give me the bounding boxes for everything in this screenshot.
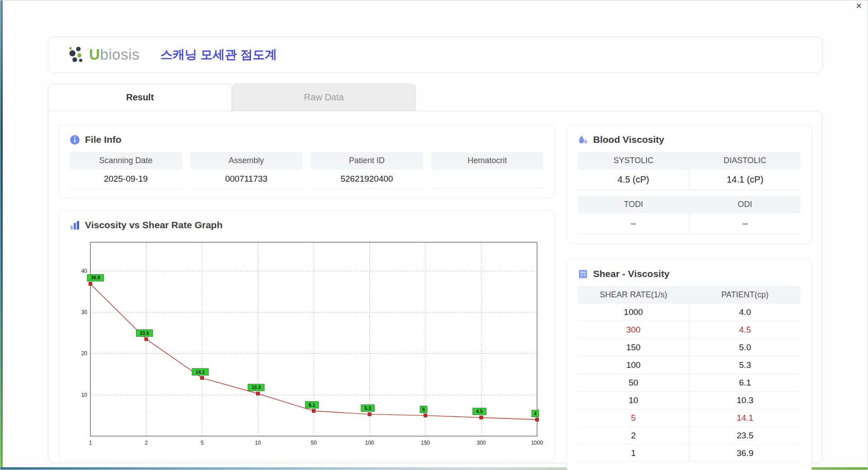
- diastolic-value: 14.1 (cP): [689, 169, 801, 190]
- svg-text:20: 20: [81, 350, 88, 357]
- table-row: 223.5: [578, 427, 801, 445]
- blood-viscosity-title: Blood Viscosity: [593, 134, 664, 145]
- shear-rate-cell: 300: [578, 321, 689, 338]
- todi-header: TODI: [578, 196, 689, 213]
- table-row: 506.1: [578, 374, 801, 392]
- shear-viscosity-title-row: Shear - Viscosity: [578, 268, 801, 279]
- patient-id-label: Patient ID: [311, 152, 423, 169]
- patient-id-value: 52621920400: [311, 169, 423, 189]
- right-column: Blood Viscosity SYSTOLIC DIASTOLIC 4.5 (…: [566, 125, 812, 454]
- patient-id-field: Patient ID 52621920400: [311, 152, 423, 189]
- viscosity-chart: 102030401251050100150300100036.923.514.1…: [70, 236, 543, 451]
- shear-viscosity-title: Shear - Viscosity: [593, 268, 670, 279]
- patient-cell: 4.0: [689, 304, 801, 321]
- svg-text:6.1: 6.1: [309, 402, 316, 408]
- logo-text: Ubiosis: [89, 46, 140, 63]
- ubiosis-logo: Ubiosis: [67, 45, 140, 65]
- odi-header: ODI: [689, 196, 801, 213]
- svg-text:1000: 1000: [531, 440, 543, 446]
- assembly-label: Assembly: [190, 152, 303, 169]
- shear-table-header: SHEAR RATE(1/s) PATIENT(cp): [578, 286, 801, 304]
- result-tab-panel: File Info Scanning Date 2025-09-19 Assem…: [48, 111, 822, 463]
- table-row: 1005.3: [578, 357, 801, 374]
- bv-header-band-1: SYSTOLIC DIASTOLIC: [578, 152, 801, 169]
- svg-text:10: 10: [81, 392, 88, 398]
- shear-rate-cell: 1000: [578, 304, 689, 321]
- shear-rate-cell: 2: [578, 427, 689, 444]
- file-info-title: File Info: [85, 134, 122, 145]
- hematocrit-label: Hematocrit: [431, 152, 544, 169]
- svg-text:30: 30: [81, 309, 88, 315]
- header: Ubiosis 스캐닝 모세관 점도계: [48, 37, 822, 73]
- hematocrit-field: Hematocrit: [431, 152, 544, 189]
- hematocrit-value: [431, 169, 544, 188]
- bv-values-1: 4.5 (cP) 14.1 (cP): [578, 169, 801, 190]
- systolic-value: 4.5 (cP): [578, 169, 689, 190]
- file-info-fields: Scanning Date 2025-09-19 Assembly 000711…: [70, 152, 543, 189]
- svg-text:1: 1: [89, 440, 92, 446]
- close-button[interactable]: ✕: [856, 2, 862, 10]
- patient-cell: 10.3: [689, 392, 801, 409]
- svg-text:300: 300: [476, 440, 486, 446]
- scanning-date-field: Scanning Date 2025-09-19: [70, 152, 182, 189]
- file-info-title-row: File Info: [70, 134, 543, 145]
- table-row: 136.9: [578, 445, 801, 462]
- tab-bar: Result Raw Data: [48, 84, 822, 111]
- svg-text:10.3: 10.3: [251, 385, 261, 390]
- logo-letter-u: U: [89, 46, 100, 63]
- assembly-field: Assembly 000711733: [190, 152, 303, 189]
- svg-text:5.3: 5.3: [364, 405, 371, 411]
- table-row: 10004.0: [578, 304, 801, 321]
- logo-letters-biosis: biosis: [100, 46, 139, 63]
- scanning-date-value: 2025-09-19: [70, 169, 182, 189]
- bv-header-band-2: TODI ODI: [578, 196, 801, 213]
- shear-rate-cell: 100: [578, 357, 689, 374]
- chart-wrap: 102030401251050100150300100036.923.514.1…: [70, 236, 543, 452]
- shear-rate-cell: 1: [578, 445, 689, 462]
- table-grid-icon: [578, 269, 588, 279]
- svg-text:4: 4: [534, 411, 537, 416]
- table-row: 514.1: [578, 409, 801, 427]
- assembly-value: 000711733: [190, 169, 303, 189]
- graph-title: Viscosity vs Shear Rate Graph: [85, 220, 222, 230]
- shear-table-body: 10004.03004.51505.01005.3506.11010.3514.…: [578, 304, 801, 462]
- blood-viscosity-panel: Blood Viscosity SYSTOLIC DIASTOLIC 4.5 (…: [566, 125, 812, 244]
- shear-viscosity-panel: Shear - Viscosity SHEAR RATE(1/s) PATIEN…: [566, 259, 812, 470]
- svg-text:23.5: 23.5: [140, 330, 149, 336]
- page-title: 스캐닝 모세관 점도계: [160, 47, 277, 63]
- bar-chart-icon: [70, 220, 80, 230]
- svg-text:10: 10: [255, 440, 261, 446]
- svg-text:4.5: 4.5: [476, 409, 483, 414]
- shear-rate-cell: 150: [578, 339, 689, 356]
- systolic-header: SYSTOLIC: [578, 152, 689, 169]
- svg-text:40: 40: [81, 268, 88, 274]
- droplet-icon: [578, 135, 588, 145]
- bv-values-2: – –: [578, 213, 801, 234]
- patient-cell: 14.1: [689, 409, 801, 427]
- patient-cell: 5.3: [689, 357, 801, 374]
- graph-title-row: Viscosity vs Shear Rate Graph: [70, 220, 543, 230]
- shear-rate-cell: 10: [578, 392, 689, 409]
- table-row: 3004.5: [578, 321, 801, 339]
- blood-viscosity-title-row: Blood Viscosity: [578, 134, 801, 145]
- patient-cell: 5.0: [689, 339, 801, 356]
- shear-rate-column-header: SHEAR RATE(1/s): [578, 286, 689, 304]
- left-column: File Info Scanning Date 2025-09-19 Assem…: [58, 125, 555, 454]
- shear-rate-cell: 5: [578, 409, 689, 427]
- diastolic-header: DIASTOLIC: [689, 152, 801, 169]
- logo-dots-icon: [67, 45, 85, 65]
- patient-cell: 6.1: [689, 374, 801, 391]
- svg-text:36.9: 36.9: [91, 275, 100, 280]
- svg-text:5: 5: [201, 440, 204, 446]
- table-row: 1505.0: [578, 339, 801, 357]
- svg-text:50: 50: [311, 440, 317, 446]
- graph-panel: Viscosity vs Shear Rate Graph 1020304012…: [58, 210, 555, 462]
- shear-rate-cell: 50: [578, 374, 689, 391]
- file-info-panel: File Info Scanning Date 2025-09-19 Assem…: [58, 125, 555, 198]
- patient-cell: 4.5: [689, 321, 801, 338]
- svg-text:100: 100: [365, 440, 374, 446]
- info-icon: [70, 135, 80, 145]
- scanning-date-label: Scanning Date: [70, 152, 182, 169]
- tab-result[interactable]: Result: [48, 84, 232, 111]
- tab-raw-data[interactable]: Raw Data: [232, 84, 416, 111]
